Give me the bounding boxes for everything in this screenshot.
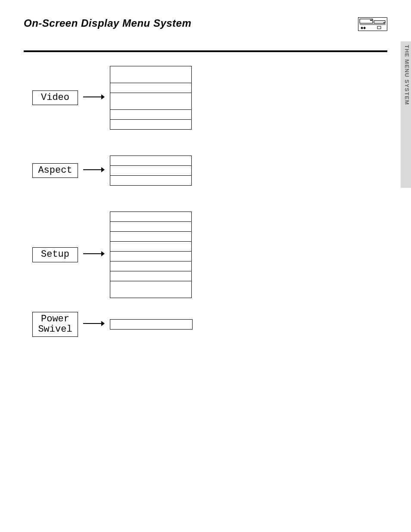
power-swivel-options — [110, 319, 193, 330]
page-title: On-Screen Display Menu System — [24, 17, 191, 29]
setup-options — [110, 212, 192, 298]
arrow-right-icon — [83, 166, 105, 175]
svg-rect-1 — [360, 19, 373, 23]
side-tab-label: THE MENU SYSTEM — [404, 45, 410, 105]
setup-button[interactable]: Setup — [32, 247, 78, 262]
svg-text:◆◆: ◆◆ — [361, 26, 366, 30]
video-button[interactable]: Video — [32, 90, 78, 105]
video-group: Video — [32, 66, 387, 130]
setup-group: Setup — [32, 212, 387, 298]
svg-rect-2 — [370, 20, 372, 21]
svg-marker-11 — [101, 167, 105, 172]
svg-rect-4 — [383, 22, 385, 23]
side-tab: THE MENU SYSTEM — [401, 41, 411, 188]
arrow-right-icon — [83, 320, 105, 329]
svg-marker-15 — [101, 321, 105, 326]
video-options — [110, 66, 192, 130]
device-icon: ◆◆ — [358, 17, 387, 33]
svg-marker-13 — [101, 251, 105, 256]
svg-marker-9 — [101, 94, 105, 100]
aspect-button[interactable]: Aspect — [32, 163, 78, 178]
svg-rect-7 — [377, 26, 381, 29]
power-swivel-group: Power Swivel — [32, 312, 387, 337]
power-swivel-button[interactable]: Power Swivel — [32, 312, 78, 337]
header-divider — [24, 50, 387, 52]
arrow-right-icon — [83, 93, 105, 103]
aspect-group: Aspect — [32, 156, 387, 186]
arrow-right-icon — [83, 250, 105, 259]
aspect-options — [110, 156, 192, 186]
